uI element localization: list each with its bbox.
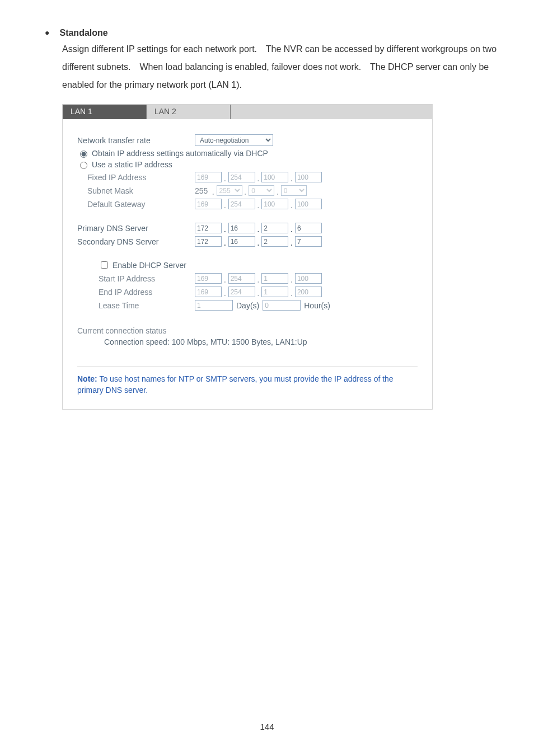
radio-obtain-dhcp-label: Obtain IP address settings automatically…	[92, 149, 268, 158]
dot-icon: .	[224, 289, 226, 298]
end-ip-octet-2[interactable]	[228, 287, 255, 297]
lan-config-panel: LAN 1 LAN 2 Network transfer rate Auto-n…	[62, 104, 433, 410]
dot-icon: .	[257, 276, 260, 284]
subnet-octet-2[interactable]: 255	[217, 185, 242, 196]
dot-icon: .	[277, 188, 279, 196]
primary-dns-label: Primary DNS Server	[77, 224, 195, 233]
connection-status-text: Connection speed: 100 Mbps, MTU: 1500 By…	[104, 337, 418, 346]
lease-time-label: Lease Time	[99, 301, 195, 310]
dot-icon: .	[291, 201, 293, 210]
dot-icon: .	[224, 201, 226, 210]
lease-hours-unit: Hour(s)	[304, 301, 330, 310]
checkbox-enable-dhcp-label: Enable DHCP Server	[113, 261, 186, 270]
radio-obtain-dhcp[interactable]	[80, 151, 87, 158]
section-heading: Standalone	[59, 28, 107, 38]
note-text: Note: To use host names for NTP or SMTP …	[77, 374, 418, 403]
secondary-dns-octet-2[interactable]	[228, 236, 255, 247]
end-ip-label: End IP Address	[99, 288, 195, 297]
dot-icon: .	[224, 226, 226, 234]
dot-icon: .	[257, 239, 260, 247]
tab-lan2[interactable]: LAN 2	[147, 105, 231, 119]
fixed-ip-octet-2[interactable]	[228, 172, 255, 182]
transfer-rate-select[interactable]: Auto-negotiation	[195, 134, 273, 146]
transfer-rate-label: Network transfer rate	[77, 136, 195, 145]
primary-dns-octet-3[interactable]	[261, 223, 288, 233]
lease-hours-input[interactable]	[263, 300, 301, 311]
dot-icon: .	[257, 175, 260, 183]
start-ip-octet-4[interactable]	[295, 273, 322, 284]
subnet-label: Subnet Mask	[87, 186, 195, 195]
separator	[77, 367, 418, 367]
tab-filler	[231, 105, 432, 119]
gateway-octet-3[interactable]	[261, 199, 288, 209]
radio-static-ip[interactable]	[80, 162, 87, 169]
dot-icon: .	[257, 289, 260, 298]
primary-dns-octet-2[interactable]	[228, 223, 255, 233]
dot-icon: .	[291, 175, 293, 183]
fixed-ip-octet-3[interactable]	[261, 172, 288, 182]
gateway-octet-4[interactable]	[295, 199, 322, 209]
lease-days-unit: Day(s)	[236, 301, 259, 310]
dot-icon: .	[291, 276, 293, 284]
checkbox-enable-dhcp[interactable]	[101, 261, 108, 269]
gateway-octet-2[interactable]	[228, 199, 255, 209]
tab-lan1[interactable]: LAN 1	[63, 105, 147, 119]
secondary-dns-label: Secondary DNS Server	[77, 237, 195, 246]
bullet-icon: ●	[45, 28, 49, 37]
dot-icon: .	[291, 239, 293, 247]
lease-days-input[interactable]	[195, 300, 233, 311]
primary-dns-octet-4[interactable]	[295, 223, 322, 233]
start-ip-octet-3[interactable]	[261, 273, 288, 284]
fixed-ip-octet-1[interactable]	[195, 172, 222, 182]
gateway-octet-1[interactable]	[195, 199, 222, 209]
subnet-first-octet: 255	[195, 186, 208, 195]
secondary-dns-octet-1[interactable]	[195, 236, 222, 247]
start-ip-label: Start IP Address	[99, 274, 195, 283]
dot-icon: .	[245, 188, 247, 196]
start-ip-octet-1[interactable]	[195, 273, 222, 284]
dot-icon: .	[257, 226, 260, 234]
end-ip-octet-3[interactable]	[261, 287, 288, 297]
dot-icon: .	[291, 289, 293, 298]
dot-icon: .	[210, 188, 214, 196]
radio-static-ip-label: Use a static IP address	[92, 160, 172, 169]
end-ip-octet-4[interactable]	[295, 287, 322, 297]
dot-icon: .	[257, 201, 260, 210]
dot-icon: .	[224, 239, 226, 247]
subnet-octet-3[interactable]: 0	[249, 185, 274, 196]
gateway-label: Default Gateway	[87, 200, 195, 209]
secondary-dns-octet-3[interactable]	[261, 236, 288, 247]
secondary-dns-octet-4[interactable]	[295, 236, 322, 247]
note-body: To use host names for NTP or SMTP server…	[77, 374, 394, 395]
end-ip-octet-1[interactable]	[195, 287, 222, 297]
dot-icon: .	[224, 276, 226, 284]
fixed-ip-octet-4[interactable]	[295, 172, 322, 182]
connection-status-title: Current connection status	[77, 326, 418, 335]
note-bold: Note:	[77, 374, 97, 383]
section-paragraph: Assign different IP settings for each ne…	[62, 40, 500, 94]
primary-dns-octet-1[interactable]	[195, 223, 222, 233]
dot-icon: .	[224, 175, 226, 183]
subnet-octet-4[interactable]: 0	[281, 185, 307, 196]
dot-icon: .	[291, 226, 293, 234]
page-number: 144	[0, 722, 534, 731]
fixed-ip-label: Fixed IP Address	[87, 173, 195, 182]
start-ip-octet-2[interactable]	[228, 273, 255, 284]
